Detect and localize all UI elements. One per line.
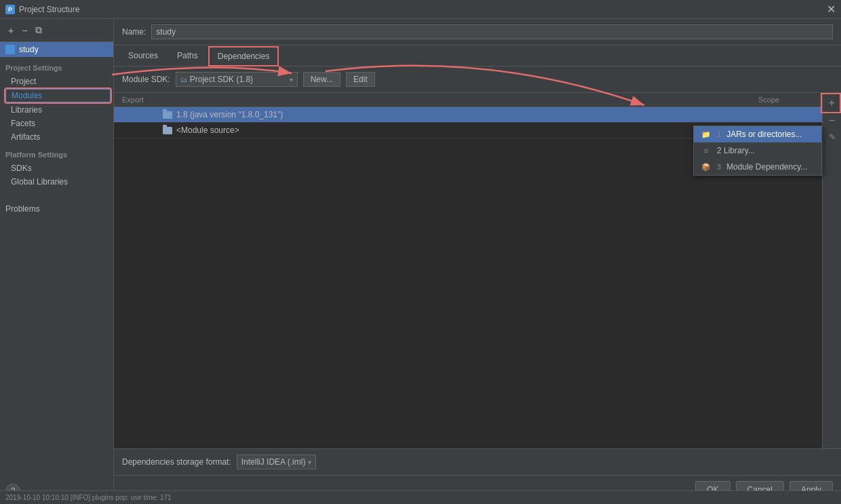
app-icon: P <box>5 5 15 14</box>
sidebar-item-sdks[interactable]: SDKs <box>0 161 113 175</box>
jars-label: JARs or directories... <box>726 130 802 139</box>
sidebar-module-study[interactable]: study <box>0 42 113 57</box>
library-label: 2 Library... <box>717 146 755 155</box>
status-text: 2019-10-10 10:10:10 [INFO] plugins pop: … <box>5 494 172 501</box>
tab-paths[interactable]: Paths <box>168 46 207 65</box>
sidebar: + − ⧉ study Project Settings Project Mod… <box>0 19 114 504</box>
title-bar-left: P Project Structure <box>5 5 79 14</box>
dep-add-button[interactable]: + <box>827 96 836 111</box>
jars-icon: 📁 <box>701 130 711 139</box>
col-export: Export <box>122 96 163 104</box>
sidebar-item-problems[interactable]: Problems <box>0 202 113 216</box>
dep-row-jdk[interactable]: 1.8 (java version "1.8.0_131") <box>114 107 841 123</box>
copy-module-button[interactable]: ⧉ <box>33 23 45 37</box>
dropdown-item-module-dep[interactable]: 📦 3 Module Dependency... <box>694 159 821 175</box>
storage-dropdown-arrow: ▾ <box>308 459 311 466</box>
dropdown-item-library[interactable]: ≡ 2 Library... <box>694 142 821 159</box>
sidebar-item-modules[interactable]: Modules <box>5 89 111 102</box>
dep-remove-button[interactable]: − <box>827 113 836 128</box>
library-icon: ≡ <box>701 147 711 155</box>
module-dep-icon: 📦 <box>701 163 711 172</box>
folder-icon-module <box>163 127 172 134</box>
dep-name-module: <Module source> <box>163 125 779 135</box>
window-title: Project Structure <box>19 5 79 14</box>
sidebar-item-global-libraries[interactable]: Global Libraries <box>0 175 113 189</box>
dropdown-popup-menu: 📁 1 JARs or directories... ≡ 2 Library..… <box>693 125 822 176</box>
sidebar-item-libraries[interactable]: Libraries <box>0 103 113 117</box>
sidebar-item-facets[interactable]: Facets <box>0 117 113 130</box>
name-row: Name: <box>114 19 841 45</box>
sdk-dropdown-arrow: ▾ <box>290 76 293 83</box>
tab-sources[interactable]: Sources <box>119 46 167 65</box>
col-scope: Scope <box>758 96 813 104</box>
storage-label: Dependencies storage format: <box>122 457 231 467</box>
tab-dependencies[interactable]: Dependencies <box>208 46 279 66</box>
platform-settings-title: Platform Settings <box>0 144 113 161</box>
project-settings-title: Project Settings <box>0 57 113 75</box>
dep-table-header: Export Scope <box>114 93 841 107</box>
dep-name-jdk: 1.8 (java version "1.8.0_131") <box>163 110 779 119</box>
name-input[interactable] <box>151 24 833 39</box>
module-folder-icon <box>5 45 15 54</box>
sidebar-toolbar: + − ⧉ <box>0 19 113 42</box>
title-bar: P Project Structure ✕ <box>0 0 841 19</box>
remove-module-button[interactable]: − <box>19 24 30 37</box>
dep-right-toolbar: + − ✎ <box>822 93 841 448</box>
sidebar-item-project[interactable]: Project <box>0 75 113 88</box>
sidebar-module-label: study <box>19 45 39 54</box>
storage-dropdown[interactable]: IntelliJ IDEA (.iml) ▾ <box>237 454 317 469</box>
sdk-dropdown[interactable]: 🗂 Project SDK (1.8) ▾ <box>176 72 298 87</box>
folder-icon-jdk <box>163 111 172 119</box>
close-button[interactable]: ✕ <box>827 4 836 15</box>
sdk-new-button[interactable]: New... <box>303 72 340 87</box>
storage-value: IntelliJ IDEA (.iml) <box>241 457 306 467</box>
dropdown-item-jars[interactable]: 📁 1 JARs or directories... <box>694 126 821 142</box>
content-area: Name: Sources Paths Dependencies Module … <box>114 19 841 504</box>
col-name <box>163 96 758 104</box>
status-bar: 2019-10-10 10:10:10 [INFO] plugins pop: … <box>0 490 841 504</box>
dep-edit-icon[interactable]: ✎ <box>827 131 837 143</box>
tabs-row: Sources Paths Dependencies <box>114 45 841 66</box>
add-module-button[interactable]: + <box>5 24 16 37</box>
module-dep-label: Module Dependency... <box>726 162 807 172</box>
sdk-value: Project SDK (1.8) <box>190 75 287 84</box>
storage-row: Dependencies storage format: IntelliJ ID… <box>114 448 841 475</box>
name-label: Name: <box>122 27 146 37</box>
sdk-label: Module SDK: <box>122 75 170 84</box>
sdk-edit-button[interactable]: Edit <box>346 72 375 87</box>
sidebar-item-artifacts[interactable]: Artifacts <box>0 130 113 144</box>
dialog-body: + − ⧉ study Project Settings Project Mod… <box>0 19 841 504</box>
sdk-row: Module SDK: 🗂 Project SDK (1.8) ▾ New...… <box>114 66 841 93</box>
